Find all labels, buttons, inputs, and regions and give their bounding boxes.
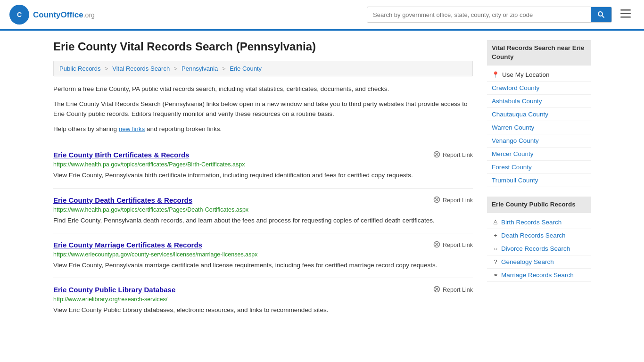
question-icon: ? <box>492 258 499 265</box>
report-link-0[interactable]: Report Link <box>433 151 473 159</box>
search-button[interactable] <box>591 7 611 22</box>
breadcrumb-sep-3: > <box>222 65 226 72</box>
record-item-2: Erie County Marriage Certificates & Reco… <box>53 233 473 278</box>
sidebar-public-records-title: Erie County Public Records <box>487 197 591 213</box>
breadcrumb-sep-2: > <box>174 65 178 72</box>
nearby-counties-list: Crawford CountyAshtabula CountyChautauqu… <box>487 82 591 187</box>
arrows-icon: ↔ <box>492 245 499 252</box>
sidebar: Vital Records Search near Erie County 📍 … <box>487 40 591 322</box>
record-header-0: Erie County Birth Certificates & Records… <box>53 151 473 159</box>
public-records-link-1[interactable]: +Death Records Search <box>487 229 591 242</box>
svg-rect-4 <box>620 9 631 11</box>
nearby-county-2[interactable]: Chautauqua County <box>487 108 591 121</box>
nearby-county-4[interactable]: Venango County <box>487 134 591 148</box>
record-url-2: https://www.eriecountypa.gov/county-serv… <box>53 251 473 258</box>
logo-icon: C <box>9 5 29 25</box>
nearby-county-3[interactable]: Warren County <box>487 121 591 134</box>
rings-icon: ⚭ <box>492 272 499 279</box>
record-title-0[interactable]: Erie County Birth Certificates & Records <box>53 151 189 159</box>
svg-rect-6 <box>620 16 631 18</box>
record-item-3: Erie County Public Library Database Repo… <box>53 278 473 322</box>
record-item-0: Erie County Birth Certificates & Records… <box>53 143 473 188</box>
record-title-2[interactable]: Erie County Marriage Certificates & Reco… <box>53 241 202 249</box>
logo-area: C CountyOffice.org <box>9 5 95 25</box>
public-records-link-3[interactable]: ?Genealogy Search <box>487 255 591 269</box>
report-link-3[interactable]: Report Link <box>433 286 473 294</box>
report-icon-2 <box>433 241 440 249</box>
svg-rect-5 <box>620 13 631 15</box>
main-content: Erie County Vital Records Search (Pennsy… <box>53 40 473 322</box>
nearby-county-7[interactable]: Trumbull County <box>487 174 591 187</box>
breadcrumb-vital-records[interactable]: Vital Records Search <box>112 65 170 72</box>
nearby-county-6[interactable]: Forest County <box>487 161 591 174</box>
record-desc-3: View Eric County Public Library database… <box>53 305 473 315</box>
breadcrumb-erie-county[interactable]: Erie County <box>230 65 262 72</box>
public-records-link-4[interactable]: ⚭Marriage Records Search <box>487 269 591 282</box>
report-link-1[interactable]: Report Link <box>433 196 473 205</box>
menu-button[interactable] <box>617 7 635 23</box>
content-wrapper: Erie County Vital Records Search (Pennsy… <box>39 31 605 332</box>
search-input[interactable] <box>367 8 591 22</box>
record-url-1: https://www.health.pa.gov/topics/certifi… <box>53 206 473 213</box>
report-icon-0 <box>433 151 440 159</box>
search-bar <box>367 7 612 23</box>
breadcrumb-public-records[interactable]: Public Records <box>59 65 100 72</box>
nearby-county-5[interactable]: Mercer County <box>487 148 591 161</box>
breadcrumb-sep-1: > <box>105 65 108 72</box>
record-title-3[interactable]: Erie County Public Library Database <box>53 286 175 294</box>
record-header-1: Erie County Death Certificates & Records… <box>53 196 473 205</box>
sidebar-public-records-section: Erie County Public Records ♙Birth Record… <box>487 197 591 282</box>
cross-icon: + <box>492 232 499 239</box>
new-links-link[interactable]: new links <box>119 125 145 132</box>
breadcrumb-pennsylvania[interactable]: Pennsylvania <box>182 65 218 72</box>
record-item-1: Erie County Death Certificates & Records… <box>53 189 473 233</box>
nearby-county-1[interactable]: Ashtabula County <box>487 95 591 108</box>
records-list: Erie County Birth Certificates & Records… <box>53 143 473 322</box>
header-right <box>367 7 635 23</box>
svg-line-3 <box>602 16 604 17</box>
logo-text: CountyOffice.org <box>33 10 95 20</box>
use-my-location-link[interactable]: 📍 Use My Location <box>487 68 591 82</box>
record-url-3: http://www.erielibrary.org/research-serv… <box>53 296 473 303</box>
record-url-0: https://www.health.pa.gov/topics/certifi… <box>53 161 473 168</box>
record-desc-2: View Erie County, Pennsylvania marriage … <box>53 261 473 270</box>
person-icon: ♙ <box>492 219 499 226</box>
record-header-3: Erie County Public Library Database Repo… <box>53 286 473 294</box>
record-header-2: Erie County Marriage Certificates & Reco… <box>53 241 473 249</box>
record-desc-1: Find Erie County, Pennsylvania death rec… <box>53 216 473 225</box>
record-desc-0: View Erie County, Pennsylvania birth cer… <box>53 171 473 180</box>
sidebar-nearby-section: Vital Records Search near Erie County 📍 … <box>487 40 591 187</box>
breadcrumb: Public Records > Vital Records Search > … <box>53 61 473 76</box>
public-records-links: ♙Birth Records Search+Death Records Sear… <box>487 216 591 282</box>
description-3: Help others by sharing new links and rep… <box>53 124 473 134</box>
svg-text:C: C <box>17 11 22 18</box>
nearby-county-0[interactable]: Crawford County <box>487 82 591 95</box>
public-records-link-0[interactable]: ♙Birth Records Search <box>487 216 591 229</box>
public-records-link-2[interactable]: ↔Divorce Records Search <box>487 242 591 255</box>
description-2: The Erie County Vital Records Search (Pe… <box>53 99 473 119</box>
report-link-2[interactable]: Report Link <box>433 241 473 249</box>
location-pin-icon: 📍 <box>492 71 499 78</box>
record-title-1[interactable]: Erie County Death Certificates & Records <box>53 196 192 204</box>
sidebar-nearby-title: Vital Records Search near Erie County <box>487 40 591 66</box>
description-1: Perform a free Erie County, PA public vi… <box>53 84 473 94</box>
report-icon-1 <box>433 196 440 205</box>
page-title: Erie County Vital Records Search (Pennsy… <box>53 40 473 53</box>
report-icon-3 <box>433 286 440 294</box>
header: C CountyOffice.org <box>0 0 644 31</box>
